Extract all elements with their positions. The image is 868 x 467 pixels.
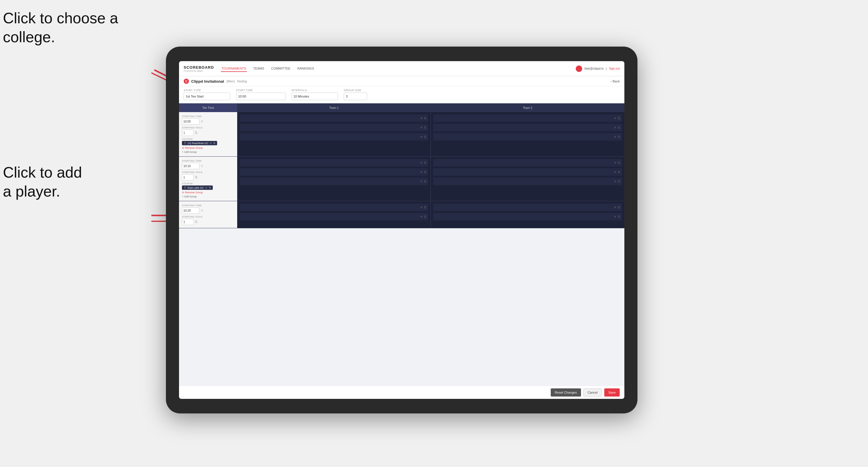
slot-remove-icon[interactable]: ✕ [420,206,423,209]
slot-expand-icon[interactable]: ⇅ [424,170,427,174]
player-slot-2-t1-2[interactable]: ✕ ⇅ [240,168,428,176]
start-type-select[interactable]: 1st Tee Start Shotgun Start [184,93,230,100]
brand: SCOREBOARD Powered by clippd [184,65,214,72]
slot-expand-icon[interactable]: ⇅ [618,117,620,120]
course-remove-2[interactable]: ✕ [205,186,208,189]
slot-expand-icon[interactable]: ⇅ [424,180,427,183]
team1-panel-3: ✕ ⇅ ✕ ⇅ [237,201,431,228]
player-slot-t2-2[interactable]: ✕ ⇅ [433,124,622,131]
slot-expand-icon[interactable]: ⇅ [424,117,427,120]
slot-remove-icon[interactable]: ✕ [420,117,423,120]
course-tag-2[interactable]: 🏌 East Lake GC ✕ ⇅ [182,185,213,190]
left-panel-2: STARTING TIME: ⏱ STARTING HOLE: ⇅ COURSE… [179,157,237,201]
course-row-1: 🏌 (A) Peachtree GC ✕ ⇅ [182,141,234,145]
intervals-label: Intervals [291,89,338,92]
player-slot-2-t2-3[interactable]: ✕ ⇅ [433,178,622,185]
player-slot-3-t2-2[interactable]: ✕ ⇅ [433,213,622,220]
player-slot-t1-1[interactable]: ✕ ⇅ [240,115,428,122]
player-slot-t1-3[interactable]: ✕ ⇅ [240,133,428,141]
slot-remove-icon[interactable]: ✕ [614,117,617,120]
group-size-select[interactable]: 3 2 4 [344,93,367,100]
slot-expand-icon[interactable]: ⇅ [618,161,620,165]
player-slot-3-t2-1[interactable]: ✕ ⇅ [433,204,622,211]
slot-expand-icon[interactable]: ⇅ [424,126,427,130]
add-group-2[interactable]: + Add Group [182,195,234,198]
slot-remove-icon[interactable]: ✕ [614,161,617,165]
starting-hole-label-3: STARTING HOLE: [182,215,234,218]
remove-group-1[interactable]: ⊖ Remove Group [182,147,234,149]
player-slot-t2-3[interactable]: ✕ ⇅ [433,133,622,141]
slot-expand-icon[interactable]: ⇅ [424,215,427,219]
add-group-1[interactable]: + Add Group [182,151,234,153]
slot-expand-icon[interactable]: ⇅ [618,170,620,174]
nav-tournaments[interactable]: TOURNAMENTS [221,65,247,72]
slot-expand-icon[interactable]: ⇅ [618,215,620,219]
nav-teams[interactable]: TEAMS [253,65,265,72]
slot-remove-icon[interactable]: ✕ [420,135,423,139]
slot-remove-icon[interactable]: ✕ [420,170,423,174]
player-slot-2-t2-2[interactable]: ✕ ⇅ [433,168,622,176]
start-time-input[interactable] [236,93,285,100]
course-row-2: 🏌 East Lake GC ✕ ⇅ [182,185,234,190]
starting-hole-input-2[interactable] [182,174,193,181]
slot-remove-icon[interactable]: ✕ [420,161,423,165]
slot-expand-icon[interactable]: ⇅ [618,126,620,130]
hole-arrows-1: ⇅ [195,131,198,135]
cancel-button[interactable]: Cancel [583,388,602,397]
sign-out-separator: | [606,67,607,70]
slot-expand-icon[interactable]: ⇅ [618,180,620,183]
intervals-select[interactable]: 10 Minutes 8 Minutes 12 Minutes [291,93,338,100]
time-icon-3: ⏱ [200,209,204,212]
navbar: SCOREBOARD Powered by clippd TOURNAMENTS… [179,61,624,76]
save-button[interactable]: Save [604,388,620,397]
slot-remove-icon[interactable]: ✕ [614,126,617,130]
slot-remove-icon[interactable]: ✕ [614,180,617,183]
hosting-badge: Hosting [237,80,247,83]
player-slot-3-t1-2[interactable]: ✕ ⇅ [240,213,428,220]
sign-out-link[interactable]: Sign out [609,67,620,70]
player-slot-2-t1-3[interactable]: ✕ ⇅ [240,178,428,185]
slot-remove-icon[interactable]: ✕ [614,215,617,219]
slot-remove-icon[interactable]: ✕ [420,180,423,183]
slot-remove-icon[interactable]: ✕ [614,135,617,139]
slot-remove-icon[interactable]: ✕ [420,215,423,219]
team1-panel-2: ✕ ⇅ ✕ ⇅ ✕ ⇅ [237,157,431,201]
back-button[interactable]: ‹ Back [611,80,620,83]
slot-expand-icon[interactable]: ⇅ [424,161,427,165]
starting-hole-input-1[interactable] [182,130,193,136]
slot-remove-icon[interactable]: ✕ [614,170,617,174]
remove-group-2[interactable]: ⊖ Remove Group [182,191,234,194]
player-slot-t1-2[interactable]: ✕ ⇅ [240,124,428,131]
slot-expand-icon[interactable]: ⇅ [424,135,427,139]
slot-expand-icon[interactable]: ⇅ [618,135,620,139]
nav-rankings[interactable]: RANKINGS [297,65,315,72]
player-slot-2-t1-1[interactable]: ✕ ⇅ [240,159,428,166]
brand-title: SCOREBOARD [184,65,214,70]
player-slot-3-t1-1[interactable]: ✕ ⇅ [240,204,428,211]
starting-time-label-2: STARTING TIME: [182,160,234,162]
slot-remove-icon[interactable]: ✕ [614,206,617,209]
time-icon-2: ⏱ [200,164,204,168]
starting-time-input-1[interactable] [182,118,199,125]
starting-time-row-2: ⏱ [182,163,234,169]
slot-expand-icon[interactable]: ⇅ [424,206,427,209]
nav-committee[interactable]: COMMITTEE [271,65,291,72]
team1-panel-1: ✕ ⇅ ✕ ⇅ ✕ ⇅ [237,112,431,156]
slot-expand-icon[interactable]: ⇅ [618,206,620,209]
starting-time-input-2[interactable] [182,163,199,169]
starting-hole-row-3: ⇅ [182,219,234,225]
starting-time-row-3: ⏱ [182,207,234,214]
course-remove-1[interactable]: ✕ [210,142,212,145]
group-row: STARTING TIME: ⏱ STARTING HOLE: ⇅ COURSE… [179,112,624,157]
starting-time-input-3[interactable] [182,207,199,214]
starting-time-label-3: STARTING TIME: [182,204,234,207]
course-tag-1[interactable]: 🏌 (A) Peachtree GC ✕ ⇅ [182,141,217,145]
player-slot-t2-1[interactable]: ✕ ⇅ [433,115,622,122]
table-container[interactable]: STARTING TIME: ⏱ STARTING HOLE: ⇅ COURSE… [179,112,624,386]
slot-remove-icon[interactable]: ✕ [420,126,423,130]
starting-hole-input-3[interactable] [182,219,193,225]
tournament-title: Clippd Invitational [191,79,224,84]
reset-button[interactable]: Reset Changes [551,388,581,397]
tablet-frame: SCOREBOARD Powered by clippd TOURNAMENTS… [166,46,638,413]
player-slot-2-t2-1[interactable]: ✕ ⇅ [433,159,622,166]
